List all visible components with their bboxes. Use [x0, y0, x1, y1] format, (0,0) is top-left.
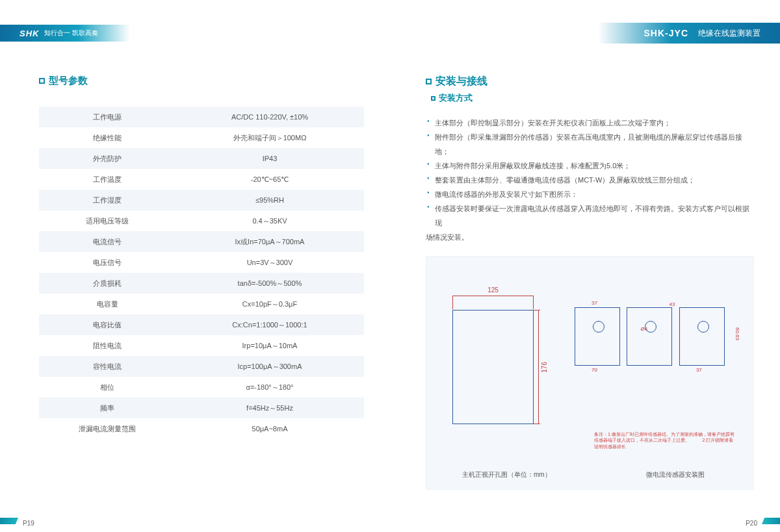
table-row: 工作电源AC/DC 110-220V, ±10%	[39, 107, 364, 127]
spec-label: 介质损耗	[39, 273, 176, 294]
spec-value: AC/DC 110-220V, ±10%	[176, 107, 364, 127]
spec-label: 适用电压等级	[39, 210, 176, 231]
sensor-shape-3: 60.63 37	[679, 307, 725, 366]
install-title-text: 安装与接线	[436, 75, 488, 88]
spec-label: 阻性电流	[39, 335, 176, 356]
spec-value: -20℃~65℃	[176, 169, 364, 190]
install-subtitle: 安装方式	[431, 92, 754, 104]
sensor-dim: 37	[696, 367, 702, 373]
sensor-dim: 60.63	[734, 327, 740, 340]
spec-label: 电容量	[39, 294, 176, 314]
product-code: SHK-JYC	[644, 28, 688, 38]
spec-value: IP43	[176, 148, 364, 169]
sensor-shape-2: 43 Ø4	[627, 307, 672, 366]
diagram-warning-text: 备注：1.微量出厂时已测许传感器结。为了测量的准确，请客户把原有传感器端子接入这…	[594, 431, 737, 450]
square-bullet-small-icon	[431, 96, 436, 101]
spec-value: Cx=10pF～0.3μF	[176, 294, 364, 314]
spec-label: 绝缘性能	[39, 127, 176, 148]
spec-value: 外壳和端子间＞100MΩ	[176, 127, 364, 148]
table-row: 容性电流Icp=100μA～300mA	[39, 356, 364, 377]
list-item: 主体与附件部分采用屏蔽双绞屏蔽线连接，标准配置为5.0米；	[426, 158, 754, 173]
spec-value: Ix或In=70μA～700mA	[176, 231, 364, 252]
table-row: 工作温度-20℃~65℃	[39, 169, 364, 190]
table-row: 绝缘性能外壳和端子间＞100MΩ	[39, 127, 364, 148]
spec-label: 电容比值	[39, 314, 176, 335]
footer-accent-icon	[0, 518, 18, 524]
spec-value: 0.4～35KV	[176, 210, 364, 231]
left-page: SHK 知行合一 凯歌高奏 型号参数 工作电源AC/DC 110-220V, ±…	[0, 0, 390, 532]
dimension-right: 176	[538, 310, 548, 424]
table-row: 电压信号Un=3V～300V	[39, 252, 364, 273]
list-item: 附件部分（即采集泄漏部分的传感器）安装在高压电缆室内，且被测电缆的屏蔽层穿过传感…	[426, 130, 754, 158]
square-bullet-icon	[39, 78, 45, 84]
spec-value: α=-180°～180°	[176, 377, 364, 398]
spec-value: tanδ=-500%～500%	[176, 273, 364, 294]
table-row: 外壳防护IP43	[39, 148, 364, 169]
diagram-caption-right: 微电流传感器安装图	[646, 470, 705, 479]
right-page: SHK-JYC 绝缘在线监测装置 安装与接线 安装方式 主体部分（即控制显示部分…	[390, 0, 780, 532]
dimension-top: 125	[452, 296, 534, 303]
spec-label: 容性电流	[39, 356, 176, 377]
spec-label: 频率	[39, 398, 176, 418]
table-row: 泄漏电流测量范围50μA~8mA	[39, 418, 364, 439]
spec-label: 工作电源	[39, 107, 176, 127]
spec-table: 工作电源AC/DC 110-220V, ±10%绝缘性能外壳和端子间＞100MΩ…	[39, 107, 364, 439]
square-bullet-icon	[426, 79, 432, 84]
footer-accent-icon	[762, 518, 780, 524]
table-row: 相位α=-180°～180°	[39, 377, 364, 398]
right-header-banner: SHK-JYC 绝缘在线监测装置	[598, 23, 780, 44]
sensor-dim: Ø4	[640, 326, 647, 332]
dim-height-value: 176	[541, 362, 548, 373]
diagram-area: 125 176 37 70 43 Ø4 60.63 37	[426, 256, 754, 490]
sensor-shape-1: 37 70	[575, 307, 620, 366]
spec-label: 电流信号	[39, 231, 176, 252]
host-rectangle	[452, 310, 534, 424]
sensor-dim: 37	[592, 300, 597, 306]
table-row: 介质损耗tanδ=-500%～500%	[39, 273, 364, 294]
spec-value: Un=3V～300V	[176, 252, 364, 273]
page-spread: SHK 知行合一 凯歌高奏 型号参数 工作电源AC/DC 110-220V, ±…	[0, 0, 780, 532]
spec-value: Irp=10μA～10mA	[176, 335, 364, 356]
spec-label: 工作温度	[39, 169, 176, 190]
right-page-number: P20	[746, 520, 757, 527]
sensor-dim: 43	[670, 301, 675, 307]
spec-label: 泄漏电流测量范围	[39, 418, 176, 439]
spec-label: 工作湿度	[39, 190, 176, 210]
product-name: 绝缘在线监测装置	[698, 28, 760, 39]
diagram-caption-left: 主机正视开孔图（单位：mm）	[462, 470, 551, 479]
spec-title-text: 型号参数	[49, 75, 88, 87]
list-item: 传感器安装时要保证一次泄露电流从传感器穿入再流经地即可，不得有旁路。安装方式客户…	[426, 201, 754, 230]
dim-width-value: 125	[488, 286, 499, 294]
left-content: 型号参数 工作电源AC/DC 110-220V, ±10%绝缘性能外壳和端子间＞…	[39, 75, 364, 439]
spec-value: Icp=100μA～300mA	[176, 356, 364, 377]
spec-value: 50μA~8mA	[176, 418, 364, 439]
spec-value: f=45Hz～55Hz	[176, 398, 364, 418]
sensor-dim: 70	[592, 367, 597, 373]
host-diagram: 125 176	[452, 296, 553, 432]
spec-label: 外壳防护	[39, 148, 176, 169]
table-row: 工作湿度≤95%RH	[39, 190, 364, 210]
table-row: 频率f=45Hz～55Hz	[39, 398, 364, 418]
install-bullet-list: 主体部分（即控制显示部分）安装在开关柜仪表门面板上或二次端子室内；附件部分（即采…	[426, 116, 754, 244]
list-item-continuation: 场情况安装。	[426, 230, 754, 244]
sensor-diagrams: 37 70 43 Ø4 60.63 37	[575, 307, 737, 392]
spec-label: 相位	[39, 377, 176, 398]
spec-value: ≤95%RH	[176, 190, 364, 210]
right-content: 安装与接线 安装方式 主体部分（即控制显示部分）安装在开关柜仪表门面板上或二次端…	[426, 75, 754, 490]
spec-label: 电压信号	[39, 252, 176, 273]
list-item: 主体部分（即控制显示部分）安装在开关柜仪表门面板上或二次端子室内；	[426, 116, 754, 130]
list-item: 整套装置由主体部分、零磁通微电流传感器（MCT-W）及屏蔽双绞线三部分组成；	[426, 173, 754, 187]
spec-value: Cx:Cn=1:1000～1000:1	[176, 314, 364, 335]
table-row: 适用电压等级0.4～35KV	[39, 210, 364, 231]
left-header-banner: SHK 知行合一 凯歌高奏	[0, 25, 130, 42]
install-section-title: 安装与接线	[426, 75, 754, 88]
install-subtitle-text: 安装方式	[439, 92, 473, 104]
table-row: 电容量Cx=10pF～0.3μF	[39, 294, 364, 314]
table-row: 电流信号Ix或In=70μA～700mA	[39, 231, 364, 252]
brand-logo: SHK	[20, 29, 39, 38]
brand-slogan: 知行合一 凯歌高奏	[44, 29, 98, 38]
table-row: 阻性电流Irp=10μA～10mA	[39, 335, 364, 356]
list-item: 微电流传感器的外形及安装尺寸如下图所示：	[426, 187, 754, 201]
spec-section-title: 型号参数	[39, 75, 364, 87]
left-page-number: P19	[23, 520, 34, 527]
